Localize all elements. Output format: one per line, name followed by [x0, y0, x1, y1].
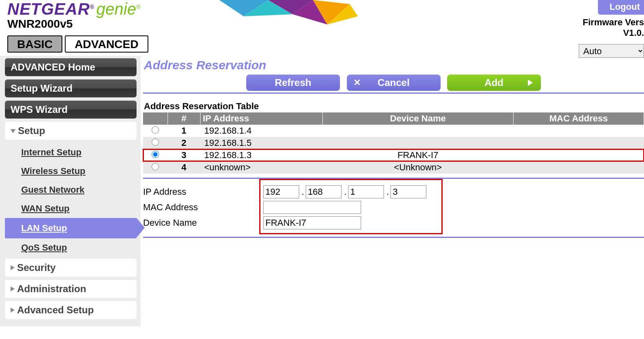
cancel-button[interactable]: ✕Cancel: [347, 75, 441, 91]
tab-basic[interactable]: BASIC: [7, 35, 62, 53]
refresh-button[interactable]: Refresh: [246, 75, 340, 91]
brand-netgear: NETGEAR® genie®: [7, 0, 141, 18]
reservation-form: IP Address . . . MAC Address Device Name: [143, 185, 644, 237]
decoration-shapes: [219, 0, 395, 33]
sidebar-link-lan-setup[interactable]: LAN Setup: [5, 218, 137, 238]
ip-label: IP Address: [143, 187, 263, 197]
sidebar-section-security[interactable]: Security: [5, 259, 137, 277]
add-button[interactable]: Add: [447, 75, 541, 91]
page-title: Address Reservation: [143, 58, 644, 72]
logout-button[interactable]: Logout: [598, 0, 644, 15]
sidebar-section-setup[interactable]: Setup: [5, 122, 137, 140]
chevron-down-icon: [11, 129, 15, 133]
table-row[interactable]: 2 192.168.1.5: [143, 137, 644, 149]
device-name-label: Device Name: [143, 218, 263, 228]
sidebar-setup-wizard[interactable]: Setup Wizard: [5, 79, 137, 97]
ip-octet-3[interactable]: [348, 185, 384, 198]
sidebar-link-wireless-setup[interactable]: Wireless Setup: [5, 162, 137, 181]
chevron-right-icon: [11, 308, 15, 313]
sidebar: ADVANCED Home Setup Wizard WPS Wizard Se…: [0, 56, 141, 326]
sidebar-section-administration[interactable]: Administration: [5, 280, 137, 298]
mac-input[interactable]: [263, 201, 361, 214]
row-radio[interactable]: [152, 139, 159, 146]
ip-octet-1[interactable]: [263, 185, 299, 198]
table-row-selected[interactable]: 3 192.168.1.3 FRANK-I7: [143, 149, 644, 161]
tab-advanced[interactable]: ADVANCED: [65, 35, 148, 53]
device-name-input[interactable]: [263, 216, 361, 229]
row-radio[interactable]: [152, 126, 159, 134]
divider: [143, 92, 644, 94]
chevron-right-icon: [11, 265, 15, 270]
row-radio[interactable]: [152, 151, 159, 158]
col-num: #: [168, 112, 200, 125]
divider: [143, 178, 644, 179]
sidebar-section-advanced-setup[interactable]: Advanced Setup: [5, 301, 137, 319]
col-device: Device Name: [322, 112, 514, 125]
chevron-right-icon: [11, 286, 15, 291]
col-ip: IP Address: [200, 112, 322, 125]
sidebar-link-qos-setup[interactable]: QoS Setup: [5, 238, 137, 257]
ip-octet-4[interactable]: [390, 185, 426, 198]
mac-label: MAC Address: [143, 202, 263, 213]
firmware-label: Firmware Vers: [583, 17, 644, 28]
col-mac: MAC Address: [514, 112, 644, 125]
sidebar-link-wan-setup[interactable]: WAN Setup: [5, 199, 137, 218]
sidebar-advanced-home[interactable]: ADVANCED Home: [5, 58, 137, 76]
language-select[interactable]: Auto: [579, 44, 644, 58]
sidebar-link-internet-setup[interactable]: Internet Setup: [5, 143, 137, 162]
table-title: Address Reservation Table: [144, 101, 644, 112]
firmware-version: V1.0.: [623, 28, 644, 38]
ip-octet-2[interactable]: [306, 185, 342, 198]
sidebar-wps-wizard[interactable]: WPS Wizard: [5, 101, 137, 119]
table-row[interactable]: 1 192.168.1.4: [143, 125, 644, 137]
sidebar-link-guest-network[interactable]: Guest Network: [5, 181, 137, 199]
play-icon: [528, 79, 533, 86]
row-radio[interactable]: [152, 163, 159, 170]
table-row[interactable]: 4 <unknown> <Unknown>: [143, 161, 644, 174]
close-icon: ✕: [353, 77, 361, 88]
divider: [143, 237, 644, 238]
main-content: Address Reservation Refresh ✕Cancel Add …: [141, 56, 644, 326]
reservation-table: # IP Address Device Name MAC Address 1 1…: [143, 112, 644, 174]
